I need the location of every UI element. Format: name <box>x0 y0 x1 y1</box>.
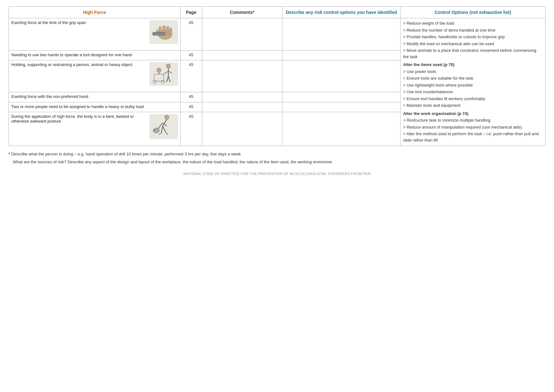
row-holding-image <box>149 62 178 87</box>
row-two-people-describe[interactable] <box>282 102 400 112</box>
header-control: Control Options (not exhaustive list) <box>400 7 545 18</box>
row-nonpref-cell: Exerting force with the non-preferred ha… <box>11 94 178 99</box>
row-awkward-comments[interactable] <box>202 112 282 146</box>
row-grip-span-describe[interactable] <box>282 18 400 51</box>
comments-input-5[interactable] <box>205 104 280 109</box>
comments-input-2[interactable] <box>205 52 280 57</box>
row-holding-describe[interactable] <box>282 60 400 92</box>
page-wrapper: High Force Page Comments* Describe any r… <box>9 6 545 176</box>
comments-input-3[interactable] <box>205 62 280 67</box>
row-grip-span-page: 45 <box>180 18 202 51</box>
svg-point-31 <box>153 130 155 131</box>
control-item: Modify the load so mechanical aids can b… <box>403 41 543 47</box>
asterisk-symbol: * <box>9 152 10 156</box>
row-nonpref-describe[interactable] <box>282 92 400 102</box>
svg-rect-20 <box>149 114 178 139</box>
row-grip-span-image <box>149 20 178 45</box>
row-two-hands-cell: Needing to use two hands to operate a to… <box>11 52 178 57</box>
describe-input-5[interactable] <box>285 104 398 109</box>
row-grip-span-comments[interactable] <box>202 18 282 51</box>
alter-items-title: Alter the items used (p 70) <box>403 62 543 68</box>
row-awkward-image <box>149 114 178 140</box>
footnote-asterisk: Describe what the person is doing – e.g.… <box>11 152 241 156</box>
describe-input-6[interactable] <box>285 114 398 119</box>
describe-input-1[interactable] <box>285 20 398 25</box>
control-item: Provide handles, handholds or cutouts to… <box>403 34 543 40</box>
row-holding-page: 45 <box>180 60 202 92</box>
svg-point-15 <box>157 68 161 72</box>
control-item: Restructure task to minimize multiple ha… <box>403 117 543 124</box>
row-nonpref-comments[interactable] <box>202 92 282 102</box>
header-comments: Comments* <box>202 7 282 18</box>
footer: NATIONAL CODE OF PRACTICE FOR THE PREVEN… <box>9 172 545 176</box>
comments-input-4[interactable] <box>205 94 280 99</box>
row-two-people-comments[interactable] <box>202 102 282 112</box>
control-item: Use tool counterbalances <box>403 89 543 95</box>
svg-rect-4 <box>166 26 169 35</box>
row-awkward-page: 45 <box>180 112 202 146</box>
row-two-people-cell: Two or more people need to be assigned t… <box>11 104 178 109</box>
row-holding-comments[interactable] <box>202 60 282 92</box>
row-awkward-text: During the application of high force, th… <box>11 114 148 124</box>
control-item: Ensure tool handles fit workers comforta… <box>403 96 543 102</box>
svg-point-21 <box>165 115 169 119</box>
svg-point-9 <box>166 64 171 68</box>
control-item: Reduce amount of manipulation required (… <box>403 124 543 130</box>
row-awkward-describe[interactable] <box>282 112 400 146</box>
header-high-force: High Force <box>9 7 181 18</box>
row-two-people-text: Two or more people need to be assigned t… <box>11 104 148 109</box>
row-awkward-cell: During the application of high force, th… <box>11 114 178 140</box>
describe-input-3[interactable] <box>285 62 398 67</box>
footnote-sources: What are the sources of risk? Describe a… <box>9 159 545 166</box>
alter-work-title: Alter the work organisation (p 74) <box>403 111 543 117</box>
table-row: Exerting force at the limit of the grip … <box>9 18 545 51</box>
control-item: Alter the method used to perform the tas… <box>403 131 543 143</box>
header-describe: Describe any risk control options you ha… <box>282 7 400 18</box>
control-item: Reduce weight of the load <box>403 20 543 27</box>
row-two-hands-page: 45 <box>180 50 202 60</box>
row-nonpref-text: Exerting force with the non-preferred ha… <box>11 94 148 99</box>
row-two-hands-describe[interactable] <box>282 50 400 60</box>
control-item: Move animals to a place that constrains … <box>403 47 543 60</box>
row-two-hands-comments[interactable] <box>202 50 282 60</box>
row-two-people-page: 45 <box>180 102 202 112</box>
control-item: Use power tools <box>403 69 543 75</box>
control-item: Ensure tools are suitable for the task <box>403 75 543 81</box>
describe-input-2[interactable] <box>285 52 398 57</box>
control-options-cell: Reduce weight of the load Reduce the num… <box>400 18 545 146</box>
row-two-hands-text: Needing to use two hands to operate a to… <box>11 52 148 57</box>
control-item: Reduce the number of items handled at on… <box>403 27 543 33</box>
row-holding-text: Holding, supporting or restraining a per… <box>11 62 148 67</box>
control-item: Maintain tools and equipment <box>403 102 543 109</box>
row-grip-span-cell: Exerting force at the limit of the grip … <box>11 20 178 45</box>
row-holding-cell: Holding, supporting or restraining a per… <box>11 62 178 87</box>
describe-input-4[interactable] <box>285 94 398 99</box>
svg-rect-5 <box>170 28 172 35</box>
comments-input-6[interactable] <box>205 114 280 119</box>
header-page: Page <box>180 7 202 18</box>
row-grip-span-text: Exerting force at the limit of the grip … <box>11 20 148 25</box>
svg-rect-7 <box>153 32 165 35</box>
main-table: High Force Page Comments* Describe any r… <box>9 6 545 146</box>
control-item: Use lightweight tools where possible <box>403 82 543 88</box>
comments-input-1[interactable] <box>205 20 280 25</box>
row-nonpref-page: 45 <box>180 92 202 102</box>
footnote-section: * Describe what the person is doing – e.… <box>9 151 545 166</box>
